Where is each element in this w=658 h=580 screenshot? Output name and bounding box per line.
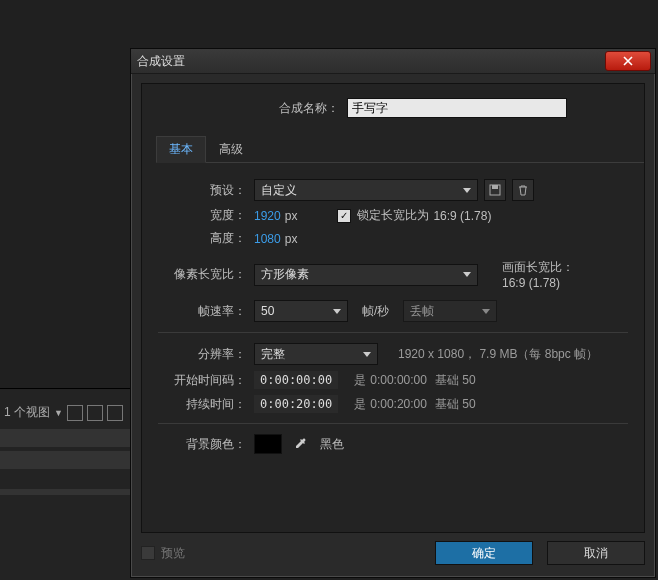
resolution-label: 分辨率： — [158, 346, 246, 363]
dialog-titlebar[interactable]: 合成设置 — [131, 49, 655, 74]
chevron-down-icon — [482, 309, 490, 314]
chevron-down-icon: ▼ — [54, 408, 63, 418]
frame-aspect-block: 画面长宽比： 16:9 (1.78) — [502, 259, 574, 290]
eyedropper-icon[interactable] — [292, 436, 308, 452]
height-row: 高度： 1080 px — [158, 230, 628, 247]
height-value[interactable]: 1080 — [254, 232, 281, 246]
lock-aspect-group: 锁定长宽比为 16:9 (1.78) — [337, 207, 491, 224]
divider — [158, 332, 628, 333]
svg-rect-1 — [492, 185, 498, 189]
save-icon — [489, 184, 501, 196]
duration-base: 基础 50 — [435, 396, 476, 413]
height-label: 高度： — [158, 230, 246, 247]
view-count-dropdown[interactable]: 1 个视图 ▼ — [4, 404, 123, 421]
close-button[interactable] — [605, 51, 651, 71]
tab-basic[interactable]: 基本 — [156, 136, 206, 163]
bg-row — [0, 429, 130, 447]
comp-name-row: 合成名称： — [142, 98, 644, 118]
start-time-label: 开始时间码： — [158, 372, 246, 389]
dialog-content: 合成名称： 基本 高级 预设： 自定义 宽度： — [141, 83, 645, 533]
framerate-unit: 帧/秒 — [362, 303, 389, 320]
trash-icon — [517, 184, 529, 196]
chevron-down-icon — [463, 188, 471, 193]
preset-label: 预设： — [158, 182, 246, 199]
pixel-aspect-value: 方形像素 — [261, 266, 309, 283]
duration-label: 持续时间： — [158, 396, 246, 413]
bg-color-name: 黑色 — [320, 436, 344, 453]
chevron-down-icon — [463, 272, 471, 277]
comp-name-label: 合成名称： — [219, 100, 339, 117]
chevron-down-icon — [363, 352, 371, 357]
start-time-value[interactable]: 0:00:00:00 — [254, 371, 338, 389]
frame-aspect-label: 画面长宽比： — [502, 259, 574, 276]
cancel-button[interactable]: 取消 — [547, 541, 645, 565]
framerate-row: 帧速率： 50 帧/秒 丢帧 — [158, 300, 628, 322]
duration-is: 是 — [354, 396, 366, 413]
dialog-title: 合成设置 — [137, 53, 185, 70]
divider — [158, 423, 628, 424]
framerate-value: 50 — [261, 304, 274, 318]
pixel-aspect-label: 像素长宽比： — [158, 266, 246, 283]
resolution-select[interactable]: 完整 — [254, 343, 378, 365]
resolution-row: 分辨率： 完整 1920 x 1080， 7.9 MB（每 8bpc 帧） — [158, 343, 628, 365]
duration-value[interactable]: 0:00:20:00 — [254, 395, 338, 413]
preview-label: 预览 — [161, 545, 185, 562]
bg-color-swatch[interactable] — [254, 434, 282, 454]
toolbar-icon-3[interactable] — [107, 405, 123, 421]
start-time-row: 开始时间码： 0:00:00:00 是 0:00:00:00 基础 50 — [158, 371, 628, 389]
width-unit: px — [285, 209, 298, 223]
chevron-down-icon — [333, 309, 341, 314]
resolution-info: 1920 x 1080， 7.9 MB（每 8bpc 帧） — [398, 346, 598, 363]
start-time-ref: 0:00:00:00 — [370, 373, 427, 387]
height-unit: px — [285, 232, 298, 246]
preview-group: 预览 — [141, 545, 185, 562]
width-value[interactable]: 1920 — [254, 209, 281, 223]
start-time-is: 是 — [354, 372, 366, 389]
dialog-footer: 预览 确定 取消 — [141, 539, 645, 567]
toolbar-icon-2[interactable] — [87, 405, 103, 421]
duration-ref: 0:00:20:00 — [370, 397, 427, 411]
duration-row: 持续时间： 0:00:20:00 是 0:00:20:00 基础 50 — [158, 395, 628, 413]
framerate-label: 帧速率： — [158, 303, 246, 320]
resolution-value: 完整 — [261, 346, 285, 363]
basic-section: 预设： 自定义 宽度： 1920 px 锁定长宽比为 — [142, 163, 644, 454]
lock-aspect-checkbox[interactable] — [337, 209, 351, 223]
width-row: 宽度： 1920 px 锁定长宽比为 16:9 (1.78) — [158, 207, 628, 224]
close-icon — [623, 56, 633, 66]
save-preset-button[interactable] — [484, 179, 506, 201]
pixel-aspect-select[interactable]: 方形像素 — [254, 264, 478, 286]
comp-name-input[interactable] — [347, 98, 567, 118]
pixel-aspect-row: 像素长宽比： 方形像素 画面长宽比： 16:9 (1.78) — [158, 259, 628, 290]
lock-aspect-ratio: 16:9 (1.78) — [433, 209, 491, 223]
preset-select[interactable]: 自定义 — [254, 179, 478, 201]
lock-aspect-label: 锁定长宽比为 — [357, 207, 429, 224]
framerate-select[interactable]: 50 — [254, 300, 348, 322]
start-time-base: 基础 50 — [435, 372, 476, 389]
preview-checkbox — [141, 546, 155, 560]
bg-color-label: 背景颜色： — [158, 436, 246, 453]
toolbar-icon-1[interactable] — [67, 405, 83, 421]
bg-color-row: 背景颜色： 黑色 — [158, 434, 628, 454]
preset-row: 预设： 自定义 — [158, 179, 628, 201]
bg-row — [0, 489, 130, 495]
view-count-label: 1 个视图 — [4, 404, 50, 421]
tabs: 基本 高级 — [156, 136, 644, 163]
width-label: 宽度： — [158, 207, 246, 224]
dropframe-select[interactable]: 丢帧 — [403, 300, 497, 322]
frame-aspect-value: 16:9 (1.78) — [502, 276, 574, 290]
dropframe-value: 丢帧 — [410, 303, 434, 320]
ok-button[interactable]: 确定 — [435, 541, 533, 565]
bg-row — [0, 451, 130, 469]
preset-value: 自定义 — [261, 182, 297, 199]
composition-settings-dialog: 合成设置 合成名称： 基本 高级 预设： 自定义 — [130, 48, 656, 578]
tab-advanced[interactable]: 高级 — [206, 136, 256, 162]
delete-preset-button[interactable] — [512, 179, 534, 201]
